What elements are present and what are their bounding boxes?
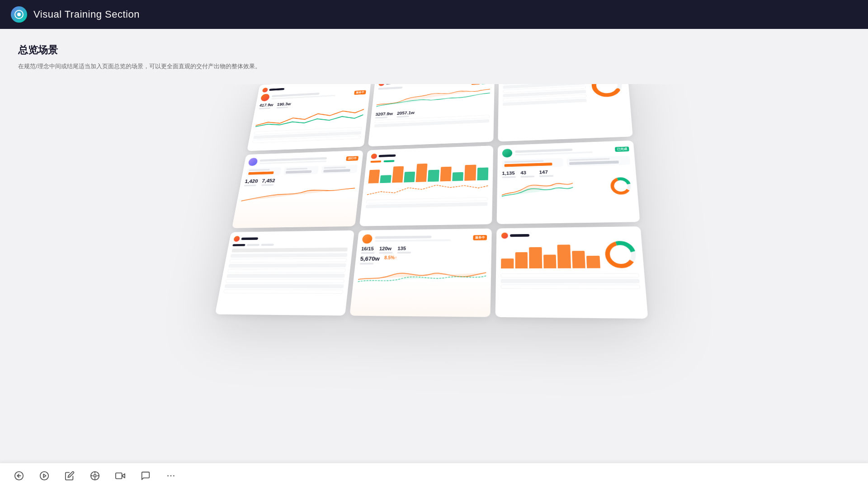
app-header: Visual Training Section <box>0 0 868 29</box>
svg-point-23 <box>173 475 175 476</box>
bottom-toolbar <box>0 463 868 488</box>
main-content: 总览场景 在规范/理念中间或结尾适当加入页面总览的场景，可以更全面直观的交付产出… <box>0 29 868 488</box>
prev-button[interactable] <box>11 468 27 484</box>
app-logo <box>11 6 27 23</box>
dashboard-card-2: 3207.9w 2057.1w <box>368 84 495 146</box>
svg-marker-19 <box>122 474 125 478</box>
target-button[interactable] <box>87 468 103 484</box>
svg-marker-12 <box>43 474 46 477</box>
dashboard-card-9 <box>495 226 648 319</box>
dashboard-card-7 <box>215 230 354 316</box>
edit-button[interactable] <box>61 468 78 484</box>
badge-active: 进行中 <box>346 156 359 161</box>
svg-point-21 <box>167 475 169 476</box>
video-button[interactable] <box>112 468 128 484</box>
svg-rect-20 <box>116 473 122 479</box>
badge-2: 服务中 <box>473 235 487 240</box>
page-description: 在规范/理念中间或结尾适当加入页面总览的场景，可以更全面直观的交付产出物的整体效… <box>18 62 850 70</box>
badge-green: 已完成 <box>615 146 629 152</box>
status-badge: 服务中 <box>354 90 366 95</box>
dashboard-card-1: 服务中 417.9w 190.3w <box>247 84 371 151</box>
comment-button[interactable] <box>137 468 154 484</box>
svg-point-22 <box>170 475 172 476</box>
svg-point-1 <box>593 84 620 95</box>
more-button[interactable] <box>163 468 179 484</box>
dashboard-card-5 <box>359 145 493 226</box>
svg-point-11 <box>40 471 48 479</box>
dashboard-card-6: 已完成 1,135 43 147 <box>497 141 640 224</box>
dashboard-card-4: 进行中 <box>232 150 363 228</box>
svg-point-14 <box>94 474 96 477</box>
app-title: Visual Training Section <box>33 9 140 20</box>
page-title: 总览场景 <box>18 43 850 57</box>
dashboard-card-8: 服务中 16/15 120w 135 5,670w 8.5%↑ <box>349 229 492 317</box>
mosaic-grid: 服务中 417.9w 190.3w <box>215 84 648 319</box>
dashboard-card-3 <box>498 84 633 141</box>
play-button[interactable] <box>36 468 52 484</box>
dashboard-preview: 服务中 417.9w 190.3w <box>18 84 850 488</box>
